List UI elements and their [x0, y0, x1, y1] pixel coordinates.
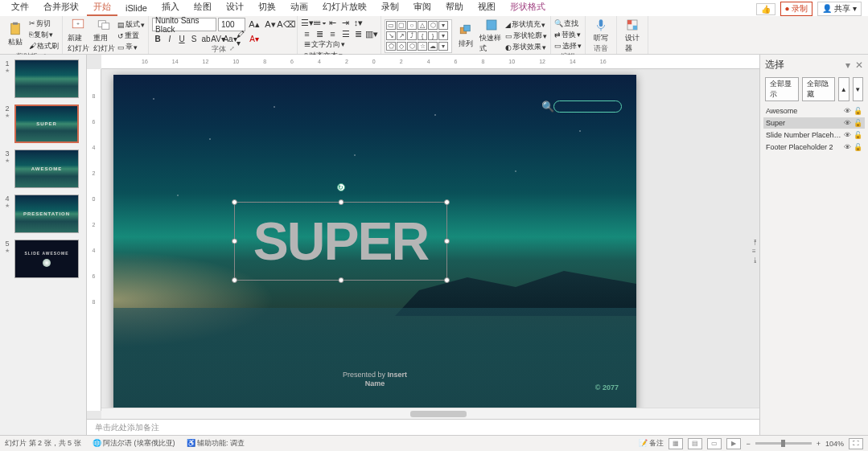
record-button[interactable]: ● 录制	[780, 2, 813, 16]
eye-icon[interactable]: 👁	[844, 143, 851, 151]
show-all-button[interactable]: 全部显示	[765, 77, 799, 101]
distribute-button[interactable]: ≣	[352, 29, 364, 39]
tab-record[interactable]: 录制	[375, 0, 405, 16]
align-right-button[interactable]: ≡	[327, 29, 339, 39]
text-direction-button[interactable]: 𝌆 文字方向 ▾	[304, 39, 377, 50]
eye-icon[interactable]: 👁	[844, 131, 851, 139]
horizontal-ruler[interactable]: 1614121086420246810121416	[101, 55, 759, 69]
move-up-button[interactable]: ▲	[838, 77, 849, 101]
spacing-button[interactable]: AV▾	[212, 33, 224, 44]
move-down-button[interactable]: ▼	[853, 77, 863, 101]
shape-fill-button[interactable]: ◢ 形状填充 ▾	[505, 19, 547, 31]
search-pill-shape[interactable]: 🔍	[553, 100, 622, 113]
accessibility-status[interactable]: ♿ 辅助功能: 调查	[187, 438, 245, 449]
selection-item[interactable]: Awesome👁🔓	[763, 105, 865, 117]
language-status[interactable]: N/A🌐 阿法尔语 (埃塞俄比亚)	[93, 438, 175, 449]
slide-canvas[interactable]: 🔍 SUPER Presented by InsertName © 2077	[113, 75, 636, 408]
bullets-button[interactable]: ☰▾	[301, 18, 313, 27]
selection-item[interactable]: Footer Placeholder 2👁🔓	[763, 141, 865, 153]
justify-button[interactable]: ☰	[339, 29, 352, 39]
tab-insert[interactable]: 插入	[155, 0, 186, 16]
slideshow-view-button[interactable]: ▶	[726, 438, 741, 449]
shape-effects-button[interactable]: ◐ 形状效果 ▾	[505, 42, 547, 53]
tab-merge-shapes[interactable]: 合并形状	[37, 0, 85, 16]
format-painter-button[interactable]: 🖌 格式刷	[29, 40, 59, 51]
tab-file[interactable]: 文件	[5, 0, 35, 16]
find-button[interactable]: 🔍 查找	[554, 18, 582, 29]
footer-text[interactable]: Presented by InsertName	[343, 371, 407, 388]
selection-item[interactable]: Slide Number Placehol...👁🔓	[763, 129, 865, 141]
lock-icon[interactable]: 🔓	[854, 107, 862, 115]
lock-icon[interactable]: 🔓	[854, 131, 862, 139]
layout-button[interactable]: ▤ 版式 ▾	[117, 19, 145, 31]
reading-view-button[interactable]: ▭	[707, 438, 722, 449]
thumbnail-2[interactable]: SUPER	[14, 105, 79, 143]
lock-icon[interactable]: 🔓	[854, 143, 862, 151]
selection-item[interactable]: Super👁🔓	[763, 117, 865, 129]
strike-button[interactable]: S	[188, 33, 200, 44]
change-case-button[interactable]: Aa▾	[224, 33, 236, 44]
replace-button[interactable]: ⇄ 替换 ▾	[554, 29, 582, 40]
shadow-button[interactable]: ab	[200, 33, 212, 44]
pane-close-icon[interactable]: ✕	[855, 59, 863, 71]
tab-review[interactable]: 审阅	[407, 0, 438, 16]
highlight-button[interactable]: 🖍▾	[237, 33, 248, 44]
selected-text-box[interactable]: SUPER	[234, 202, 447, 281]
tab-view[interactable]: 视图	[471, 0, 502, 16]
dec-indent-button[interactable]: ⇤	[327, 18, 339, 27]
resize-handle-tr[interactable]	[444, 199, 450, 205]
underline-button[interactable]: U	[176, 33, 187, 44]
italic-button[interactable]: I	[164, 33, 175, 44]
zoom-in-button[interactable]: +	[817, 440, 821, 448]
clear-format-button[interactable]: A⌫	[279, 18, 294, 31]
tab-animations[interactable]: 动画	[284, 0, 315, 16]
reset-button[interactable]: ↺ 重置	[117, 31, 145, 42]
columns-button[interactable]: ▥▾	[365, 29, 377, 39]
thumbnail-1[interactable]	[14, 59, 79, 98]
increase-font-button[interactable]: A▴	[247, 18, 261, 31]
copy-button[interactable]: ⎘ 复制 ▾	[29, 29, 59, 40]
dictate-button[interactable]: 听写	[589, 18, 613, 43]
hide-all-button[interactable]: 全部隐藏	[802, 77, 836, 101]
tab-design[interactable]: 设计	[220, 0, 250, 16]
resize-handle-mr[interactable]	[444, 239, 450, 244]
rotation-handle[interactable]	[337, 183, 345, 191]
align-center-button[interactable]: ≣	[314, 29, 326, 39]
tab-shape-format[interactable]: 形状格式	[504, 0, 552, 16]
resize-handle-bm[interactable]	[338, 277, 343, 283]
resize-handle-bl[interactable]	[232, 277, 237, 283]
inc-indent-button[interactable]: ⇥	[339, 18, 352, 27]
lock-icon[interactable]: 🔓	[854, 119, 862, 127]
sorter-view-button[interactable]: ▤	[688, 438, 702, 449]
notes-input[interactable]: 单击此处添加备注	[87, 419, 759, 435]
reuse-slides-button[interactable]: 重用 幻灯片	[92, 18, 116, 54]
numbering-button[interactable]: ⩸▾	[314, 18, 326, 27]
thumbsup-button[interactable]: 👍	[756, 3, 775, 15]
vertical-scroll-buttons[interactable]: ⭱≡⭳	[752, 239, 759, 264]
notes-toggle[interactable]: 📝 备注	[639, 438, 664, 449]
align-left-button[interactable]: ≡	[301, 29, 313, 39]
horizontal-scrollbar[interactable]	[101, 408, 759, 419]
shape-outline-button[interactable]: ▭ 形状轮廓 ▾	[505, 31, 547, 42]
line-spacing-button[interactable]: ↕▾	[352, 18, 364, 27]
bold-button[interactable]: B	[152, 33, 163, 44]
quick-styles-button[interactable]: 快速样式	[479, 18, 504, 54]
year-text[interactable]: © 2077	[595, 383, 619, 392]
tab-home[interactable]: 开始	[87, 0, 117, 16]
thumbnail-5[interactable]: SLIDE AWESOME	[14, 240, 79, 278]
font-name-input[interactable]: Nunito Sans Black	[152, 18, 216, 31]
thumbnail-3[interactable]: AWESOME	[14, 150, 79, 188]
decrease-font-button[interactable]: A▾	[263, 18, 278, 31]
section-button[interactable]: ▭ 章 ▾	[117, 42, 145, 53]
pane-dropdown-icon[interactable]: ▾	[845, 59, 850, 71]
designer-button[interactable]: 设计 器	[620, 18, 644, 54]
tab-slideshow[interactable]: 幻灯片放映	[316, 0, 373, 16]
font-color-button[interactable]: A▾	[249, 33, 260, 44]
resize-handle-tl[interactable]	[232, 199, 237, 205]
zoom-percent[interactable]: 104%	[825, 440, 844, 448]
normal-view-button[interactable]: ▦	[668, 438, 683, 449]
resize-handle-br[interactable]	[444, 277, 450, 283]
arrange-button[interactable]: 排列	[454, 23, 478, 49]
paste-button[interactable]: 粘贴	[3, 22, 27, 47]
tab-help[interactable]: 帮助	[439, 0, 470, 16]
